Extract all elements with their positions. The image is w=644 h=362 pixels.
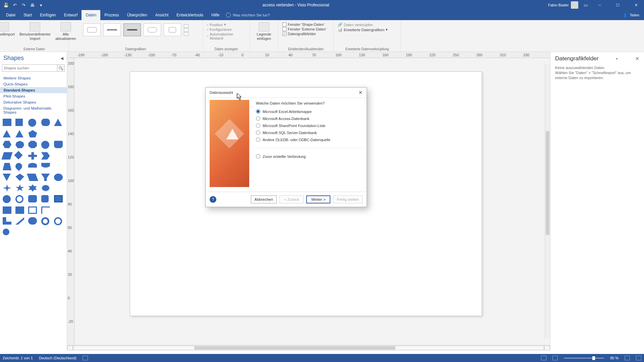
shape-parallelogram[interactable] bbox=[1, 152, 12, 160]
ribbon-options-icon[interactable]: ▭ bbox=[583, 2, 588, 8]
shape-oval[interactable] bbox=[41, 119, 50, 126]
extended-graphics-button[interactable]: 📊Erweiterte Datengrafiken▾ bbox=[337, 27, 388, 32]
shape-6star[interactable] bbox=[28, 184, 37, 192]
shape-frame[interactable] bbox=[28, 206, 37, 214]
macro-record-icon[interactable] bbox=[83, 356, 88, 360]
tab-einfuegen[interactable]: Einfügen bbox=[36, 10, 60, 20]
gallery-item[interactable] bbox=[123, 23, 141, 36]
shape-rounded-rect[interactable] bbox=[28, 195, 37, 202]
zoom-slider[interactable] bbox=[564, 358, 604, 359]
gallery-item[interactable] bbox=[144, 23, 161, 36]
shape-thick-circle[interactable] bbox=[15, 195, 23, 203]
shape-rounded-square[interactable] bbox=[41, 195, 49, 202]
radio-excel[interactable] bbox=[256, 109, 260, 114]
qat-more-icon[interactable]: ▾ bbox=[38, 2, 44, 8]
maximize-button[interactable]: ☐ bbox=[611, 0, 625, 10]
redo-icon[interactable]: ↷ bbox=[21, 2, 26, 8]
shape-pentagon[interactable] bbox=[28, 130, 37, 137]
shape-trapezoid[interactable] bbox=[3, 163, 11, 170]
shape-hexagon[interactable] bbox=[3, 141, 11, 148]
vertical-scrollbar[interactable] bbox=[545, 64, 550, 339]
shape-chevron[interactable] bbox=[41, 152, 50, 160]
shape-cube2[interactable] bbox=[15, 206, 24, 214]
shape-category[interactable]: Pfeil-Shapes bbox=[0, 93, 67, 99]
shape-5star[interactable] bbox=[15, 184, 24, 192]
tab-hilfe[interactable]: Hilfe bbox=[207, 10, 223, 20]
close-panel-icon[interactable]: ✕ bbox=[635, 56, 639, 61]
data-source-option[interactable]: Microsoft Access-Datenbank bbox=[256, 116, 363, 121]
gallery-item[interactable] bbox=[103, 23, 121, 36]
panel-options-icon[interactable]: ▾ bbox=[616, 57, 618, 61]
page-width-icon[interactable] bbox=[552, 356, 558, 360]
toggle-shape-data[interactable]: Fenster 'Shape-Daten' bbox=[282, 22, 325, 27]
share-button[interactable]: 👤 Teilen bbox=[618, 10, 644, 20]
data-source-option[interactable]: Microsoft Excel-Arbeitsmappe bbox=[256, 109, 363, 114]
cancel-button[interactable]: Abbrechen bbox=[251, 195, 277, 203]
tab-entwurf[interactable]: Entwurf bbox=[60, 10, 82, 20]
dialog-close-button[interactable]: ✕ bbox=[357, 88, 365, 97]
shape-bevel[interactable] bbox=[54, 195, 63, 202]
scrollbar-thumb[interactable] bbox=[194, 346, 395, 350]
shape-diamond[interactable] bbox=[14, 151, 22, 159]
shape-donut[interactable] bbox=[41, 217, 49, 225]
data-source-option[interactable]: Zuvor erstellte Verbindung bbox=[256, 154, 363, 159]
shape-arc[interactable] bbox=[28, 163, 37, 168]
gallery-down-icon[interactable] bbox=[184, 28, 189, 32]
quick-import-button[interactable]: Schnellimport bbox=[0, 21, 16, 41]
shape-category[interactable]: Standard-Shapes bbox=[0, 87, 67, 93]
minimize-button[interactable]: ─ bbox=[593, 0, 606, 10]
shape-cube[interactable] bbox=[3, 206, 11, 214]
close-button[interactable]: ✕ bbox=[629, 0, 643, 10]
shape-4star[interactable] bbox=[3, 184, 11, 192]
shape-rhombus[interactable] bbox=[27, 174, 38, 181]
shape-square[interactable] bbox=[15, 119, 23, 126]
radio-oledb[interactable] bbox=[256, 137, 260, 142]
zoom-knob[interactable] bbox=[592, 356, 595, 360]
shape-diag-stripe[interactable] bbox=[15, 217, 24, 225]
help-button[interactable]: ? bbox=[210, 196, 216, 203]
shape-category[interactable]: Weitere Shapes bbox=[0, 75, 67, 81]
print-icon[interactable]: 🖶 bbox=[30, 2, 35, 8]
tab-prozess[interactable]: Prozess bbox=[100, 10, 123, 20]
shape-category[interactable]: Diagramm- und Mathematik-Shapes bbox=[0, 105, 67, 115]
account-button[interactable]: Fabio Basler bbox=[548, 1, 578, 9]
scrollbar-thumb[interactable] bbox=[546, 131, 549, 235]
shape-funnel[interactable] bbox=[41, 174, 50, 181]
gallery-up-icon[interactable] bbox=[184, 24, 189, 28]
gallery-item[interactable] bbox=[83, 23, 101, 36]
next-button[interactable]: Weiter > bbox=[306, 195, 330, 203]
language-label[interactable]: Deutsch (Deutschland) bbox=[39, 356, 76, 360]
shape-ellipse[interactable] bbox=[28, 119, 36, 127]
shape-rectangle[interactable] bbox=[3, 119, 11, 126]
undo-icon[interactable]: ↶ bbox=[12, 2, 17, 8]
insert-legend-button[interactable]: Legende einfügen bbox=[256, 21, 273, 41]
shape-small-circle[interactable] bbox=[3, 229, 9, 235]
gallery-more-icon[interactable] bbox=[184, 32, 189, 36]
shape-triangle[interactable] bbox=[3, 130, 11, 137]
radio-sqlserver[interactable] bbox=[256, 130, 260, 135]
shape-no-symbol[interactable] bbox=[54, 217, 62, 225]
tab-entwicklertools[interactable]: Entwicklertools bbox=[172, 10, 207, 20]
tell-me-search[interactable]: Was möchten Sie tun? bbox=[223, 10, 272, 20]
zoom-label[interactable]: 95 % bbox=[610, 356, 619, 360]
fit-to-window-icon[interactable] bbox=[625, 356, 630, 360]
data-source-option[interactable]: Microsoft SharePoint Foundation-Liste bbox=[256, 123, 363, 128]
scroll-right-icon[interactable] bbox=[544, 346, 550, 350]
radio-existing[interactable] bbox=[256, 154, 260, 159]
shape-drop[interactable] bbox=[14, 162, 23, 171]
gallery-item[interactable] bbox=[164, 23, 181, 36]
collapse-panel-icon[interactable]: ◀ bbox=[60, 56, 63, 61]
data-graphics-gallery[interactable] bbox=[83, 21, 189, 36]
save-icon[interactable]: 💾 bbox=[3, 2, 9, 8]
tab-datei[interactable]: Datei bbox=[2, 10, 19, 20]
shape-octagon[interactable] bbox=[28, 141, 37, 148]
shape-burst[interactable] bbox=[41, 184, 50, 192]
shape-triangle-left[interactable] bbox=[15, 130, 23, 137]
shape-can[interactable] bbox=[54, 141, 63, 148]
shape-right-triangle[interactable] bbox=[54, 119, 62, 126]
data-source-option[interactable]: Andere OLEDB- oder ODBC-Datenquelle bbox=[256, 137, 363, 142]
toggle-graphic-fields[interactable]: ✓Datengrafikfelder bbox=[282, 32, 317, 36]
shape-half-frame[interactable] bbox=[41, 206, 50, 214]
shapes-search-input[interactable] bbox=[2, 64, 57, 72]
shape-filled-circle[interactable] bbox=[3, 195, 11, 203]
